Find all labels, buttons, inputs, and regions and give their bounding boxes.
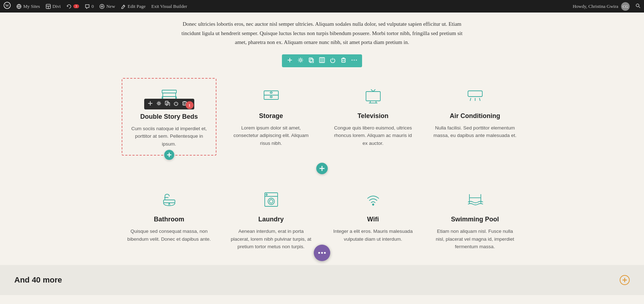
toolbar-clone-icon[interactable] bbox=[308, 57, 314, 64]
svg-point-62 bbox=[269, 200, 273, 203]
toolbar-columns-icon[interactable] bbox=[319, 57, 325, 64]
svg-point-15 bbox=[299, 59, 302, 61]
svg-point-44 bbox=[270, 92, 272, 93]
admin-bar-right: Howdy, Christina Gwira CG bbox=[573, 2, 640, 11]
wp-logo[interactable]: W bbox=[4, 2, 11, 11]
bathroom-icon bbox=[127, 188, 211, 210]
swimming-pool-desc: Etiam non aliquam nisl. Fusce nulla nisl… bbox=[433, 227, 517, 251]
svg-rect-35 bbox=[162, 90, 176, 93]
and-more-add-btn[interactable] bbox=[620, 275, 630, 285]
feature-wifi[interactable]: Wifi Integer a elit eros. Mauris malesua… bbox=[326, 181, 420, 258]
svg-point-45 bbox=[270, 96, 272, 98]
laundry-title: Laundry bbox=[229, 216, 313, 223]
air-conditioning-desc: Nulla facilisi. Sed porttitor elementum … bbox=[433, 124, 517, 139]
television-desc: Congue quis libero euismod, ultrices rho… bbox=[331, 124, 415, 147]
feature-television[interactable]: Television Congue quis libero euismod, u… bbox=[326, 78, 420, 156]
laundry-icon bbox=[229, 188, 313, 210]
wifi-icon bbox=[331, 188, 415, 210]
svg-point-71 bbox=[321, 252, 323, 254]
add-row-btn-1-wrapper bbox=[122, 163, 522, 174]
feature-double-story-beds[interactable]: 1 Double Story Beds Cum sociis natoque i… bbox=[122, 78, 216, 156]
svg-rect-56 bbox=[164, 200, 175, 203]
exit-visual-builder-btn[interactable]: Exit Visual Builder bbox=[151, 4, 187, 9]
features-row-1: 1 Double Story Beds Cum sociis natoque i… bbox=[122, 78, 522, 156]
my-sites-menu[interactable]: My Sites bbox=[16, 4, 40, 9]
svg-point-24 bbox=[352, 59, 353, 60]
feature-bathroom[interactable]: Bathroom Quisque sed consequat massa, no… bbox=[122, 181, 216, 258]
feature-air-conditioning[interactable]: Air Conditioning Nulla facilisi. Sed por… bbox=[428, 78, 522, 156]
edit-page-btn[interactable]: Edit Page bbox=[121, 4, 146, 9]
svg-point-26 bbox=[356, 59, 357, 60]
divi-menu[interactable]: Divi bbox=[46, 4, 61, 9]
svg-line-53 bbox=[479, 98, 480, 101]
toolbar-add-icon[interactable] bbox=[287, 57, 293, 64]
feature-swimming-pool[interactable]: Swimming Pool Etiam non aliquam nisl. Fu… bbox=[428, 181, 522, 258]
module-toolbar bbox=[282, 54, 362, 67]
notification-badge: 1 bbox=[186, 101, 194, 109]
feature-laundry[interactable]: Laundry Aenean interdum, erat in porta p… bbox=[224, 181, 318, 258]
svg-point-63 bbox=[266, 194, 267, 195]
inline-add-icon[interactable] bbox=[148, 101, 153, 107]
svg-rect-21 bbox=[342, 59, 345, 62]
new-menu[interactable]: New bbox=[99, 4, 115, 9]
features-section: 1 Double Story Beds Cum sociis natoque i… bbox=[107, 78, 537, 258]
and-more-section: And 40 more bbox=[0, 265, 644, 295]
swimming-pool-icon bbox=[433, 188, 517, 210]
intro-paragraph: Donec ultricies lobortis eros, nec aucto… bbox=[172, 20, 472, 47]
toolbar-power-icon[interactable] bbox=[330, 57, 336, 64]
toolbar-delete-icon[interactable] bbox=[341, 57, 346, 64]
svg-text:W: W bbox=[5, 3, 9, 8]
more-options-btn[interactable] bbox=[314, 245, 330, 261]
svg-rect-46 bbox=[366, 92, 380, 101]
double-story-beds-desc: Cum sociis natoque id imperdiet et, port… bbox=[128, 125, 210, 148]
svg-point-61 bbox=[268, 198, 274, 205]
bathroom-title: Bathroom bbox=[127, 216, 211, 223]
updates-menu[interactable]: 3 bbox=[67, 4, 79, 9]
svg-point-25 bbox=[354, 59, 355, 60]
feature-storage[interactable]: Storage Lorem ipsum dolor sit amet, cons… bbox=[224, 78, 318, 156]
user-avatar[interactable]: CG bbox=[621, 2, 630, 11]
svg-point-29 bbox=[158, 102, 160, 104]
add-sub-btn[interactable] bbox=[164, 150, 174, 160]
inline-settings-icon[interactable] bbox=[156, 101, 161, 107]
svg-line-12 bbox=[639, 6, 640, 8]
svg-rect-50 bbox=[468, 91, 482, 97]
air-conditioning-title: Air Conditioning bbox=[433, 112, 517, 120]
svg-rect-16 bbox=[309, 58, 312, 62]
admin-bar: W My Sites Divi 3 0 New Edit Page Exit V… bbox=[0, 0, 644, 13]
swimming-pool-title: Swimming Pool bbox=[433, 216, 517, 223]
air-conditioning-icon bbox=[433, 85, 517, 107]
module-toolbar-wrapper bbox=[0, 54, 644, 67]
inline-element-toolbar: 1 bbox=[144, 99, 194, 109]
storage-desc: Lorem ipsum dolor sit amet, consectetur … bbox=[229, 124, 313, 147]
svg-point-70 bbox=[318, 252, 320, 254]
wifi-title: Wifi bbox=[331, 216, 415, 223]
inline-power-icon[interactable] bbox=[174, 101, 179, 107]
svg-point-64 bbox=[372, 204, 374, 205]
svg-rect-17 bbox=[310, 59, 313, 63]
television-title: Television bbox=[331, 112, 415, 120]
double-story-beds-title: Double Story Beds bbox=[128, 113, 210, 121]
toolbar-more-icon[interactable] bbox=[351, 57, 357, 64]
storage-icon bbox=[229, 85, 313, 107]
television-icon bbox=[331, 85, 415, 107]
inline-clone-icon[interactable] bbox=[165, 101, 170, 107]
svg-rect-18 bbox=[319, 58, 325, 63]
user-greeting: Howdy, Christina Gwira bbox=[573, 4, 618, 9]
svg-point-11 bbox=[636, 4, 639, 7]
wifi-desc: Integer a elit eros. Mauris malesuada vu… bbox=[331, 227, 415, 243]
bathroom-desc: Quisque sed consequat massa, non bibendu… bbox=[127, 227, 211, 243]
svg-line-58 bbox=[169, 203, 170, 205]
and-more-title: And 40 more bbox=[14, 275, 62, 285]
toolbar-settings-icon[interactable] bbox=[298, 57, 303, 64]
storage-title: Storage bbox=[229, 112, 313, 120]
search-icon[interactable] bbox=[635, 3, 640, 10]
svg-line-51 bbox=[470, 98, 471, 101]
comments-menu[interactable]: 0 bbox=[85, 4, 94, 9]
svg-point-72 bbox=[324, 252, 326, 254]
add-row-btn-1[interactable] bbox=[316, 163, 328, 174]
laundry-desc: Aenean interdum, erat in porta placerat,… bbox=[229, 227, 313, 251]
